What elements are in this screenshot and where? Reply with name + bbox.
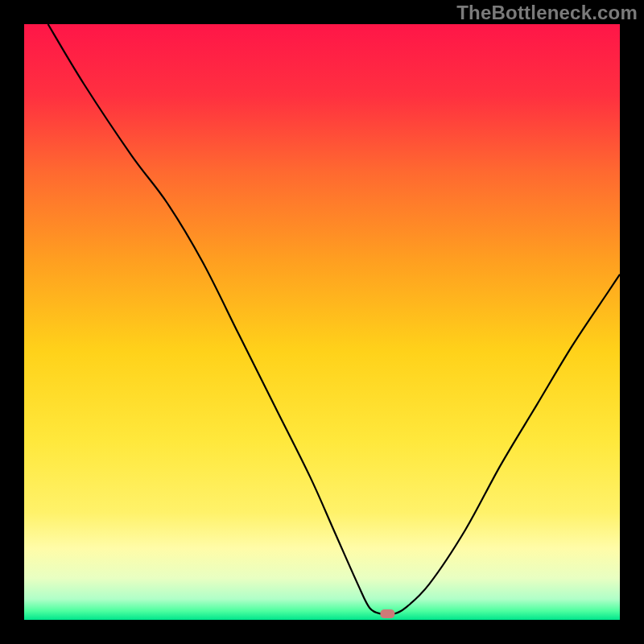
chart-svg bbox=[24, 24, 620, 620]
chart-background bbox=[24, 24, 620, 620]
watermark-label: TheBottleneck.com bbox=[456, 2, 638, 24]
chart-frame: TheBottleneck.com bbox=[0, 0, 644, 644]
optimal-point-marker bbox=[380, 609, 394, 618]
plot-area bbox=[24, 24, 620, 620]
